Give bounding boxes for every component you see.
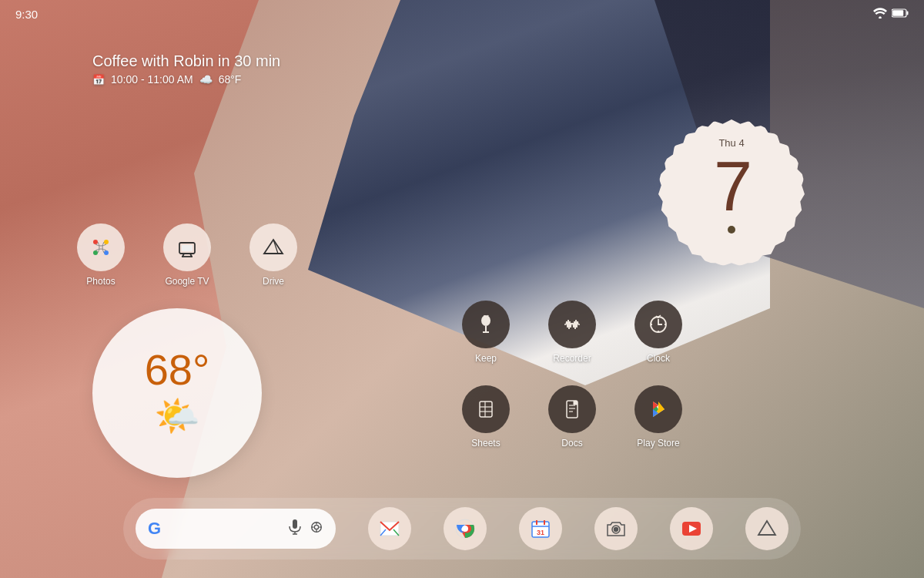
clock-time: 7 — [714, 152, 749, 221]
svg-point-6 — [93, 250, 98, 255]
recorder-label: Recorder — [553, 353, 591, 364]
status-bar: 9:30 — [0, 0, 924, 28]
clock-icon-circle — [634, 301, 682, 348]
app-icon-keep[interactable]: Keep — [462, 301, 510, 364]
svg-rect-57 — [293, 519, 297, 529]
docs-label: Docs — [561, 438, 582, 449]
drive-icon-circle — [249, 223, 297, 271]
app-icon-clock[interactable]: Clock — [634, 301, 682, 364]
svg-text:31: 31 — [537, 529, 544, 536]
svg-point-7 — [104, 250, 109, 255]
app-icon-googletv[interactable]: Google TV — [163, 223, 211, 287]
dock-chrome[interactable] — [444, 507, 487, 550]
search-mic-icon[interactable] — [288, 519, 302, 539]
svg-line-37 — [578, 321, 578, 324]
app-icon-recorder[interactable]: Recorder — [548, 301, 596, 364]
photos-label: Photos — [86, 276, 115, 287]
calendar-event: Coffee with Robin in 30 min 📅 10:00 - 11… — [92, 52, 280, 86]
sheets-label: Sheets — [471, 438, 500, 449]
top-app-icons: Photos Google TV Drive — [77, 223, 297, 287]
clock-blob: Thu 4 7 — [658, 119, 805, 266]
svg-line-20 — [487, 315, 488, 317]
photos-icon-circle — [77, 223, 125, 271]
drive-label: Drive — [263, 276, 284, 287]
wifi-icon — [873, 8, 887, 21]
weather-sun-icon: 🌤️ — [154, 395, 200, 438]
weather-widget[interactable]: 68° 🌤️ — [92, 308, 262, 478]
calendar-time: 10:00 - 11:00 AM — [111, 73, 193, 86]
calendar-temp: 68°F — [219, 73, 242, 86]
svg-marker-13 — [264, 240, 283, 254]
search-bar[interactable]: G — [136, 509, 336, 549]
keep-label: Keep — [475, 353, 497, 364]
status-icons — [873, 8, 909, 21]
app-icon-docs[interactable]: Docs — [548, 385, 596, 449]
calendar-small-icon: 📅 — [92, 74, 105, 86]
svg-point-78 — [614, 528, 618, 532]
svg-rect-44 — [480, 402, 492, 417]
keep-icon-circle — [462, 301, 510, 348]
googletv-label: Google TV — [165, 276, 209, 287]
weather-icon-small: ☁️ — [199, 73, 213, 86]
app-icon-photos[interactable]: Photos — [77, 223, 125, 287]
google-g-logo: G — [148, 519, 161, 539]
svg-point-61 — [314, 525, 318, 529]
svg-point-4 — [93, 240, 98, 244]
svg-rect-2 — [892, 10, 903, 16]
middle-app-icons: Keep — [462, 301, 682, 364]
app-icon-drive[interactable]: Drive — [249, 223, 297, 287]
status-time: 9:30 — [15, 8, 38, 21]
svg-rect-3 — [907, 11, 909, 15]
docs-icon-circle — [548, 385, 596, 433]
dock-youtube[interactable] — [670, 507, 713, 550]
playstore-label: Play Store — [637, 438, 679, 449]
app-icon-playstore[interactable]: Play Store — [634, 385, 682, 449]
svg-marker-81 — [758, 521, 775, 535]
svg-point-16 — [481, 315, 490, 326]
recorder-icon-circle — [548, 301, 596, 348]
search-lens-icon[interactable] — [310, 520, 323, 538]
weather-temperature: 68° — [145, 348, 210, 391]
clock-dot — [728, 226, 735, 234]
clock-widget[interactable]: Thu 4 7 — [658, 119, 805, 266]
dock: G — [123, 498, 801, 560]
googletv-icon-circle — [163, 223, 211, 271]
bottom-app-icons: Sheets Docs Play Store — [462, 385, 682, 449]
svg-point-0 — [879, 16, 882, 18]
svg-point-5 — [104, 240, 109, 244]
svg-rect-12 — [182, 245, 192, 251]
sheets-icon-circle — [462, 385, 510, 433]
app-icon-sheets[interactable]: Sheets — [462, 385, 510, 449]
dock-gmail[interactable] — [368, 507, 411, 550]
svg-point-71 — [462, 526, 468, 532]
battery-icon — [892, 8, 909, 20]
dock-calendar[interactable]: 31 — [519, 507, 562, 550]
clock-label: Clock — [647, 353, 670, 364]
clock-day: Thu 4 — [718, 137, 744, 149]
calendar-event-title: Coffee with Robin in 30 min — [92, 52, 280, 70]
dock-camera[interactable] — [594, 507, 638, 550]
dock-files[interactable] — [745, 507, 788, 550]
playstore-icon-circle — [634, 385, 682, 433]
calendar-event-detail: 📅 10:00 - 11:00 AM ☁️ 68°F — [92, 73, 280, 86]
